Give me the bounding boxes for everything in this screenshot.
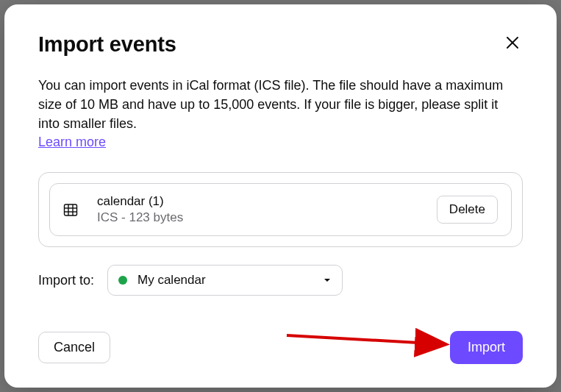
chevron-down-icon xyxy=(323,276,332,285)
calendar-grid-icon xyxy=(63,202,78,217)
cancel-button[interactable]: Cancel xyxy=(38,332,110,363)
svg-rect-2 xyxy=(65,204,77,215)
delete-file-button[interactable]: Delete xyxy=(437,196,498,224)
import-button[interactable]: Import xyxy=(450,331,523,364)
calendar-color-dot xyxy=(118,276,127,285)
modal-title: Import events xyxy=(38,32,176,57)
close-button[interactable] xyxy=(502,32,523,53)
import-to-row: Import to: My calendar xyxy=(38,265,523,296)
modal-description: You can import events in iCal format (IC… xyxy=(38,76,523,133)
file-info: calendar (1) ICS - 123 bytes xyxy=(97,194,437,225)
close-icon xyxy=(505,35,520,50)
calendar-select[interactable]: My calendar xyxy=(107,265,343,296)
modal-footer: Cancel Import xyxy=(38,331,523,364)
file-name: calendar (1) xyxy=(97,194,437,209)
uploaded-file-card: calendar (1) ICS - 123 bytes Delete xyxy=(49,183,512,236)
import-events-modal: Import events You can import events in i… xyxy=(4,4,557,388)
import-to-label: Import to: xyxy=(38,273,94,288)
calendar-select-value: My calendar xyxy=(137,273,323,288)
learn-more-link[interactable]: Learn more xyxy=(38,135,106,150)
file-dropzone[interactable]: calendar (1) ICS - 123 bytes Delete xyxy=(38,172,523,247)
file-meta: ICS - 123 bytes xyxy=(97,210,437,225)
modal-header: Import events xyxy=(38,32,523,57)
